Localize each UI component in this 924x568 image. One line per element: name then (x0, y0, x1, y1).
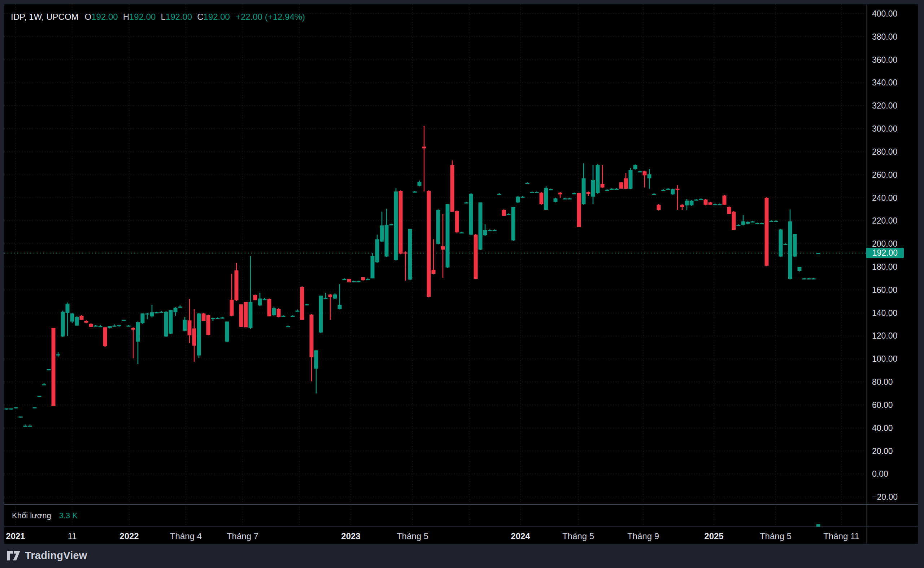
candle-body (469, 194, 473, 234)
volume-bar (816, 524, 820, 527)
candle-body (488, 230, 492, 231)
candle-body (150, 312, 154, 316)
candle-body (563, 198, 567, 199)
candle-body (601, 184, 604, 187)
price-axis-label: 220.00 (872, 216, 915, 225)
candle-body (666, 189, 670, 190)
candle-body (497, 194, 501, 195)
candle-body (620, 182, 623, 189)
brand-text: TradingView (25, 550, 87, 562)
candle-body (662, 190, 666, 191)
candle-body (718, 204, 722, 205)
tradingview-logo-icon (7, 551, 20, 560)
candle-body (793, 234, 797, 257)
candle-body (80, 316, 84, 320)
candle-body (403, 252, 407, 254)
price-axis-label: 240.00 (872, 194, 915, 202)
candle-body (159, 311, 164, 313)
candle-body (192, 329, 196, 346)
candle-body (305, 304, 309, 305)
candle-body (737, 225, 741, 226)
candle-body (474, 235, 478, 279)
candle-body (539, 193, 544, 204)
candle-body (783, 244, 788, 245)
candle-body (446, 204, 450, 267)
time-axis-label: 2025 (704, 531, 723, 541)
candle-body (605, 190, 609, 191)
candle-body (249, 302, 253, 328)
last-price-tag-text: 192.00 (872, 248, 898, 258)
candle-body (812, 278, 816, 279)
candle-body (788, 221, 792, 279)
candle-body (38, 396, 41, 397)
candle-body (352, 281, 356, 282)
candle-body (713, 204, 717, 205)
candle-body (727, 207, 731, 214)
candle-body (42, 384, 46, 385)
candle-body (131, 328, 135, 329)
candle-body (450, 165, 454, 212)
price-axis-label: 260.00 (872, 171, 915, 179)
candle-body (230, 300, 234, 316)
candle-body (680, 205, 684, 207)
tradingview-footer[interactable]: TradingView (7, 550, 87, 562)
candle-body (394, 192, 398, 260)
candle-body (704, 199, 708, 204)
candle-body (127, 326, 131, 327)
candle-body (798, 267, 802, 271)
candle-body (455, 211, 459, 232)
candle-body (286, 326, 290, 327)
candle-body (554, 198, 557, 202)
candle-body (145, 313, 150, 314)
candle-body (582, 178, 586, 204)
candle-body (577, 193, 581, 227)
price-axis-label: 60.00 (872, 401, 915, 409)
candle-body (291, 316, 295, 317)
candle-body (33, 407, 37, 408)
candle-body (28, 426, 32, 427)
time-axis-label: 11 (68, 531, 77, 541)
candle-body (422, 147, 426, 149)
candle-body (113, 326, 117, 327)
candle-body (225, 322, 229, 342)
candle-body (9, 408, 14, 409)
candle-body (774, 221, 778, 222)
candle-body (169, 310, 173, 334)
candle-body (164, 311, 168, 337)
candle-body (174, 308, 177, 312)
candle-body (197, 313, 201, 355)
candle-body (211, 318, 215, 319)
candle-body (85, 321, 88, 323)
candle-body (239, 304, 243, 327)
candle-body (141, 313, 145, 323)
volume-legend[interactable]: Khối lượng 3.3 K (12, 511, 77, 520)
candle-body (460, 232, 464, 233)
candle-body (413, 192, 417, 193)
price-axis-label: 40.00 (872, 424, 915, 432)
candle-body (709, 202, 712, 204)
candle-body (263, 299, 267, 300)
candle-body (319, 296, 323, 332)
candle-body (347, 279, 351, 283)
candle-body (108, 326, 112, 328)
candle-body (816, 253, 820, 254)
price-axis-label: 380.00 (872, 32, 915, 41)
candle-body (253, 295, 258, 300)
candle-body (324, 298, 328, 299)
symbol-legend[interactable]: IDP, 1W, UPCOM O192.00 H192.00 L192.00 C… (11, 12, 305, 22)
price-axis-label: 80.00 (872, 378, 915, 386)
candle-body (648, 174, 651, 178)
candle-body (652, 194, 656, 195)
candle-body (657, 205, 661, 210)
candle-body (436, 210, 440, 244)
candle-body (183, 320, 187, 331)
candlestick-chart[interactable] (0, 0, 924, 568)
candle-body (765, 198, 769, 266)
candle-body (596, 165, 600, 193)
candle-body (19, 417, 23, 418)
candle-body (98, 326, 103, 327)
time-axis-label: Tháng 4 (170, 531, 202, 541)
tradingview-chart-page: { "legend": { "symbol_line": "IDP, 1W, U… (0, 0, 924, 568)
candle-body (188, 320, 192, 335)
candle-body (638, 171, 642, 172)
